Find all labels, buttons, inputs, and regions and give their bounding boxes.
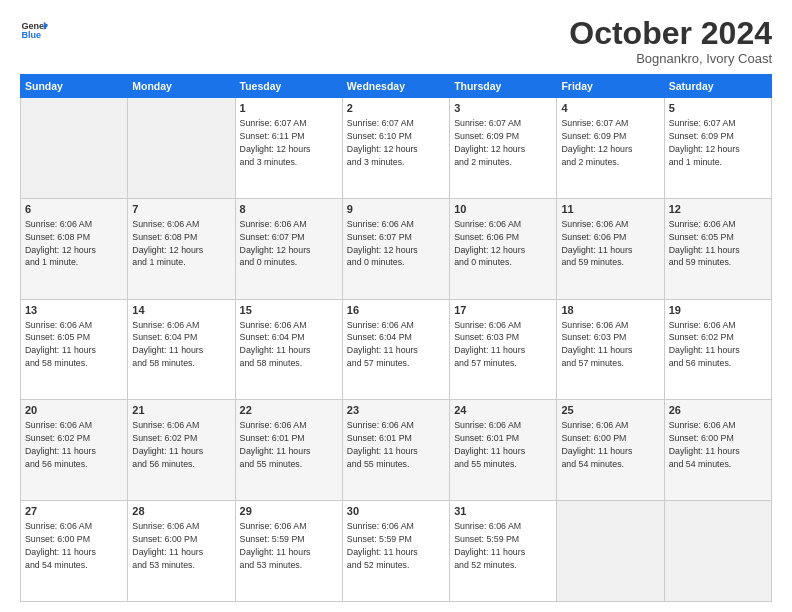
table-row: 20Sunrise: 6:06 AM Sunset: 6:02 PM Dayli…	[21, 400, 128, 501]
day-info: Sunrise: 6:06 AM Sunset: 6:00 PM Dayligh…	[132, 521, 203, 570]
col-tuesday: Tuesday	[235, 75, 342, 98]
table-row: 9Sunrise: 6:06 AM Sunset: 6:07 PM Daylig…	[342, 198, 449, 299]
day-number: 22	[240, 403, 338, 418]
table-row: 28Sunrise: 6:06 AM Sunset: 6:00 PM Dayli…	[128, 501, 235, 602]
col-saturday: Saturday	[664, 75, 771, 98]
day-info: Sunrise: 6:06 AM Sunset: 5:59 PM Dayligh…	[240, 521, 311, 570]
table-row: 17Sunrise: 6:06 AM Sunset: 6:03 PM Dayli…	[450, 299, 557, 400]
day-number: 17	[454, 303, 552, 318]
logo: General Blue	[20, 16, 48, 44]
day-info: Sunrise: 6:06 AM Sunset: 6:08 PM Dayligh…	[25, 219, 96, 268]
day-info: Sunrise: 6:07 AM Sunset: 6:09 PM Dayligh…	[669, 118, 740, 167]
day-number: 16	[347, 303, 445, 318]
calendar-row-4: 27Sunrise: 6:06 AM Sunset: 6:00 PM Dayli…	[21, 501, 772, 602]
calendar-row-1: 6Sunrise: 6:06 AM Sunset: 6:08 PM Daylig…	[21, 198, 772, 299]
table-row	[128, 98, 235, 199]
col-monday: Monday	[128, 75, 235, 98]
day-number: 27	[25, 504, 123, 519]
table-row: 3Sunrise: 6:07 AM Sunset: 6:09 PM Daylig…	[450, 98, 557, 199]
day-number: 13	[25, 303, 123, 318]
day-info: Sunrise: 6:06 AM Sunset: 6:04 PM Dayligh…	[132, 320, 203, 369]
day-info: Sunrise: 6:06 AM Sunset: 6:01 PM Dayligh…	[454, 420, 525, 469]
day-info: Sunrise: 6:06 AM Sunset: 6:00 PM Dayligh…	[561, 420, 632, 469]
table-row: 8Sunrise: 6:06 AM Sunset: 6:07 PM Daylig…	[235, 198, 342, 299]
table-row: 5Sunrise: 6:07 AM Sunset: 6:09 PM Daylig…	[664, 98, 771, 199]
header-row: Sunday Monday Tuesday Wednesday Thursday…	[21, 75, 772, 98]
calendar-table: Sunday Monday Tuesday Wednesday Thursday…	[20, 74, 772, 602]
day-info: Sunrise: 6:06 AM Sunset: 6:02 PM Dayligh…	[25, 420, 96, 469]
logo-icon: General Blue	[20, 16, 48, 44]
day-number: 6	[25, 202, 123, 217]
table-row: 15Sunrise: 6:06 AM Sunset: 6:04 PM Dayli…	[235, 299, 342, 400]
day-info: Sunrise: 6:07 AM Sunset: 6:11 PM Dayligh…	[240, 118, 311, 167]
title-section: October 2024 Bognankro, Ivory Coast	[569, 16, 772, 66]
col-friday: Friday	[557, 75, 664, 98]
day-info: Sunrise: 6:06 AM Sunset: 5:59 PM Dayligh…	[347, 521, 418, 570]
day-number: 3	[454, 101, 552, 116]
day-number: 18	[561, 303, 659, 318]
table-row: 4Sunrise: 6:07 AM Sunset: 6:09 PM Daylig…	[557, 98, 664, 199]
day-info: Sunrise: 6:06 AM Sunset: 6:06 PM Dayligh…	[454, 219, 525, 268]
subtitle: Bognankro, Ivory Coast	[569, 51, 772, 66]
table-row: 16Sunrise: 6:06 AM Sunset: 6:04 PM Dayli…	[342, 299, 449, 400]
month-title: October 2024	[569, 16, 772, 51]
table-row	[664, 501, 771, 602]
table-row: 10Sunrise: 6:06 AM Sunset: 6:06 PM Dayli…	[450, 198, 557, 299]
day-number: 1	[240, 101, 338, 116]
calendar-row-2: 13Sunrise: 6:06 AM Sunset: 6:05 PM Dayli…	[21, 299, 772, 400]
day-number: 20	[25, 403, 123, 418]
day-number: 8	[240, 202, 338, 217]
table-row: 27Sunrise: 6:06 AM Sunset: 6:00 PM Dayli…	[21, 501, 128, 602]
day-info: Sunrise: 6:06 AM Sunset: 6:05 PM Dayligh…	[669, 219, 740, 268]
day-number: 26	[669, 403, 767, 418]
day-info: Sunrise: 6:06 AM Sunset: 6:03 PM Dayligh…	[561, 320, 632, 369]
day-number: 23	[347, 403, 445, 418]
day-info: Sunrise: 6:07 AM Sunset: 6:10 PM Dayligh…	[347, 118, 418, 167]
day-number: 21	[132, 403, 230, 418]
day-info: Sunrise: 6:06 AM Sunset: 6:01 PM Dayligh…	[347, 420, 418, 469]
day-info: Sunrise: 6:06 AM Sunset: 6:07 PM Dayligh…	[347, 219, 418, 268]
day-number: 25	[561, 403, 659, 418]
calendar-row-0: 1Sunrise: 6:07 AM Sunset: 6:11 PM Daylig…	[21, 98, 772, 199]
table-row: 13Sunrise: 6:06 AM Sunset: 6:05 PM Dayli…	[21, 299, 128, 400]
day-info: Sunrise: 6:06 AM Sunset: 5:59 PM Dayligh…	[454, 521, 525, 570]
day-number: 30	[347, 504, 445, 519]
table-row: 26Sunrise: 6:06 AM Sunset: 6:00 PM Dayli…	[664, 400, 771, 501]
day-info: Sunrise: 6:06 AM Sunset: 6:07 PM Dayligh…	[240, 219, 311, 268]
day-info: Sunrise: 6:06 AM Sunset: 6:05 PM Dayligh…	[25, 320, 96, 369]
day-number: 11	[561, 202, 659, 217]
day-number: 10	[454, 202, 552, 217]
table-row	[21, 98, 128, 199]
day-number: 5	[669, 101, 767, 116]
day-info: Sunrise: 6:06 AM Sunset: 6:04 PM Dayligh…	[347, 320, 418, 369]
day-info: Sunrise: 6:06 AM Sunset: 6:04 PM Dayligh…	[240, 320, 311, 369]
table-row: 29Sunrise: 6:06 AM Sunset: 5:59 PM Dayli…	[235, 501, 342, 602]
day-info: Sunrise: 6:06 AM Sunset: 6:03 PM Dayligh…	[454, 320, 525, 369]
table-row: 1Sunrise: 6:07 AM Sunset: 6:11 PM Daylig…	[235, 98, 342, 199]
day-number: 14	[132, 303, 230, 318]
day-info: Sunrise: 6:06 AM Sunset: 6:02 PM Dayligh…	[132, 420, 203, 469]
table-row: 18Sunrise: 6:06 AM Sunset: 6:03 PM Dayli…	[557, 299, 664, 400]
table-row: 23Sunrise: 6:06 AM Sunset: 6:01 PM Dayli…	[342, 400, 449, 501]
day-info: Sunrise: 6:07 AM Sunset: 6:09 PM Dayligh…	[561, 118, 632, 167]
svg-text:Blue: Blue	[21, 30, 41, 40]
day-number: 29	[240, 504, 338, 519]
day-info: Sunrise: 6:07 AM Sunset: 6:09 PM Dayligh…	[454, 118, 525, 167]
day-number: 28	[132, 504, 230, 519]
col-sunday: Sunday	[21, 75, 128, 98]
day-info: Sunrise: 6:06 AM Sunset: 6:06 PM Dayligh…	[561, 219, 632, 268]
table-row: 25Sunrise: 6:06 AM Sunset: 6:00 PM Dayli…	[557, 400, 664, 501]
day-number: 19	[669, 303, 767, 318]
table-row: 11Sunrise: 6:06 AM Sunset: 6:06 PM Dayli…	[557, 198, 664, 299]
day-number: 7	[132, 202, 230, 217]
day-info: Sunrise: 6:06 AM Sunset: 6:02 PM Dayligh…	[669, 320, 740, 369]
day-number: 12	[669, 202, 767, 217]
day-info: Sunrise: 6:06 AM Sunset: 6:01 PM Dayligh…	[240, 420, 311, 469]
day-number: 15	[240, 303, 338, 318]
page: General Blue October 2024 Bognankro, Ivo…	[0, 0, 792, 612]
day-number: 2	[347, 101, 445, 116]
table-row: 2Sunrise: 6:07 AM Sunset: 6:10 PM Daylig…	[342, 98, 449, 199]
day-number: 31	[454, 504, 552, 519]
day-number: 9	[347, 202, 445, 217]
table-row	[557, 501, 664, 602]
